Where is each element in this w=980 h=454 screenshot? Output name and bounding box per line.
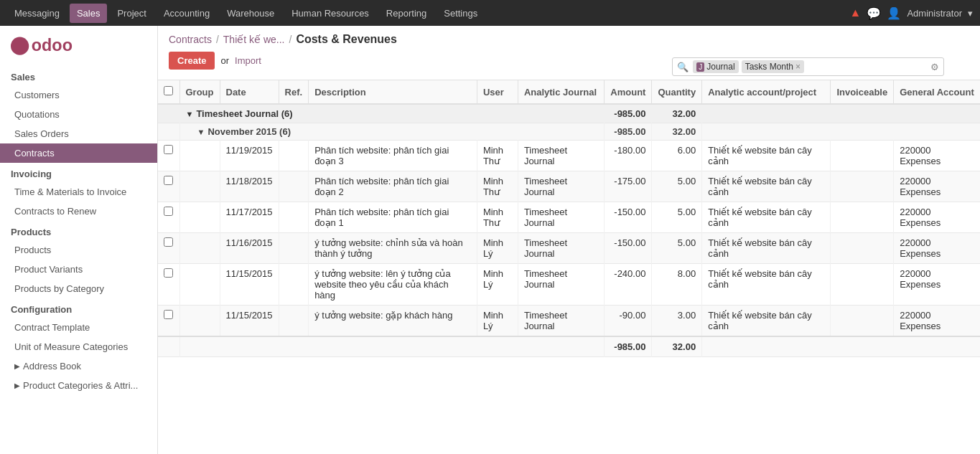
- col-quantity[interactable]: Quantity: [652, 80, 702, 104]
- select-all-checkbox[interactable]: [164, 86, 173, 95]
- chat-icon[interactable]: 💬: [867, 6, 881, 20]
- nav-accounting[interactable]: Accounting: [157, 4, 217, 23]
- nav-hr[interactable]: Human Resources: [284, 4, 376, 23]
- breadcrumb-sep2: /: [289, 34, 292, 45]
- group-amount: -985.00: [605, 104, 652, 123]
- sidebar-section-products: Products: [0, 221, 157, 240]
- nav-reporting[interactable]: Reporting: [379, 4, 434, 23]
- row-general-account: 220000 Expenses: [894, 264, 980, 306]
- sidebar-item-uom-categories[interactable]: Unit of Measure Categories: [0, 337, 157, 356]
- breadcrumb-contracts[interactable]: Contracts: [169, 34, 212, 45]
- journal-tag-label: Journal: [706, 62, 734, 72]
- tasks-month-remove[interactable]: ×: [795, 62, 801, 72]
- row-analytic-journal: Timesheet Journal: [518, 171, 604, 202]
- row-invoiceable: [831, 202, 894, 233]
- import-link[interactable]: Import: [235, 55, 261, 66]
- nav-settings[interactable]: Settings: [437, 4, 485, 23]
- row-analytic-account: Thiết kế website bán cây cảnh: [702, 306, 831, 337]
- col-group: Group: [179, 80, 220, 104]
- col-user[interactable]: User: [477, 80, 518, 104]
- sidebar-item-quotations[interactable]: Quotations: [0, 105, 157, 124]
- svg-point-0: [11, 37, 29, 55]
- row-ref: [279, 306, 309, 337]
- sidebar-item-product-categories[interactable]: ▶ Product Categories & Attri...: [0, 376, 157, 395]
- row-amount: -240.00: [605, 264, 652, 306]
- row-analytic-account: Thiết kế website bán cây cảnh: [702, 141, 831, 171]
- row-checkbox[interactable]: [164, 207, 173, 216]
- row-user: Minh Thư: [477, 202, 518, 233]
- row-general-account: 220000 Expenses: [894, 202, 980, 233]
- row-user: Minh Thư: [477, 171, 518, 202]
- row-description: ý tưởng website: gặp khách hàng: [309, 306, 477, 337]
- alert-icon[interactable]: ▲: [850, 6, 862, 19]
- row-checkbox[interactable]: [164, 145, 173, 154]
- subgroup-extra: [702, 123, 980, 141]
- sidebar-item-products[interactable]: Products: [0, 240, 157, 260]
- logo-container: odoo: [0, 26, 157, 66]
- row-analytic-journal: Timesheet Journal: [518, 233, 604, 264]
- row-general-account: 220000 Expenses: [894, 306, 980, 337]
- group-row[interactable]: ▼Timesheet Journal (6) -985.00 32.00: [158, 104, 980, 123]
- row-quantity: 5.00: [652, 233, 702, 264]
- search-settings-icon[interactable]: ⚙: [930, 62, 939, 72]
- sidebar-item-products-category[interactable]: Products by Category: [0, 279, 157, 298]
- row-quantity: 6.00: [652, 141, 702, 171]
- user-icon[interactable]: 👤: [887, 6, 901, 20]
- row-invoiceable: [831, 141, 894, 171]
- row-checkbox-cell: [158, 233, 179, 264]
- col-date[interactable]: Date: [220, 80, 279, 104]
- col-analytic-account[interactable]: Analytic account/project: [702, 80, 831, 104]
- admin-label[interactable]: Administrator: [907, 8, 962, 19]
- breadcrumb-thiet-ke[interactable]: Thiết kế we...: [223, 34, 285, 45]
- col-description[interactable]: Description: [309, 80, 477, 104]
- row-general-account: 220000 Expenses: [894, 141, 980, 171]
- breadcrumb-sep1: /: [216, 34, 219, 45]
- row-amount: -90.00: [605, 306, 652, 337]
- total-extra: [702, 336, 980, 357]
- row-checkbox[interactable]: [164, 268, 173, 278]
- sidebar-item-product-variants[interactable]: Product Variants: [0, 260, 157, 279]
- nav-sales[interactable]: Sales: [70, 4, 108, 23]
- nav-warehouse[interactable]: Warehouse: [220, 4, 281, 23]
- col-analytic-journal[interactable]: Analytic Journal: [518, 80, 604, 104]
- sidebar-item-contracts[interactable]: Contracts: [0, 143, 157, 163]
- row-checkbox[interactable]: [164, 176, 173, 185]
- admin-dropdown-icon[interactable]: ▾: [968, 8, 973, 19]
- row-description: ý tưởng website: chỉnh sửa và hoàn thành…: [309, 233, 477, 264]
- search-tag-tasks-month: Tasks Month ×: [742, 60, 804, 73]
- search-input[interactable]: [807, 62, 928, 72]
- col-amount[interactable]: Amount: [605, 80, 652, 104]
- search-icon: 🔍: [677, 62, 689, 72]
- search-bar: 🔍 J Journal Tasks Month × ⚙: [672, 57, 944, 76]
- col-ref[interactable]: Ref.: [279, 80, 309, 104]
- subgroup-checkbox-cell: [158, 123, 179, 141]
- sidebar-item-contracts-renew[interactable]: Contracts to Renew: [0, 202, 157, 221]
- breadcrumb: Contracts / Thiết kế we... / Costs & Rev…: [169, 33, 969, 46]
- create-button[interactable]: Create: [169, 52, 215, 70]
- row-invoiceable: [831, 233, 894, 264]
- row-group: [179, 264, 220, 306]
- row-quantity: 8.00: [652, 264, 702, 306]
- row-date: 11/17/2015: [220, 202, 279, 233]
- row-checkbox[interactable]: [164, 310, 173, 319]
- row-general-account: 220000 Expenses: [894, 233, 980, 264]
- row-checkbox-cell: [158, 202, 179, 233]
- row-checkbox[interactable]: [164, 237, 173, 247]
- sidebar-item-sales-orders[interactable]: Sales Orders: [0, 124, 157, 143]
- sidebar-item-address-book[interactable]: ▶ Address Book: [0, 356, 157, 376]
- row-group: [179, 233, 220, 264]
- subgroup-row[interactable]: ▼November 2015 (6) -985.00 32.00: [158, 123, 980, 141]
- col-invoiceable[interactable]: Invoiceable: [831, 80, 894, 104]
- group-extra: [702, 104, 980, 123]
- nav-project[interactable]: Project: [110, 4, 153, 23]
- nav-messaging[interactable]: Messaging: [7, 4, 67, 23]
- sidebar-item-customers[interactable]: Customers: [0, 85, 157, 105]
- sidebar-item-time-materials[interactable]: Time & Materials to Invoice: [0, 182, 157, 202]
- col-general-account[interactable]: General Account: [894, 80, 980, 104]
- row-analytic-account: Thiết kế website bán cây cảnh: [702, 264, 831, 306]
- product-categories-expand-icon: ▶: [14, 382, 20, 389]
- group-label: ▼Timesheet Journal (6): [179, 104, 605, 123]
- sidebar-item-contract-template[interactable]: Contract Template: [0, 318, 157, 337]
- row-analytic-journal: Timesheet Journal: [518, 306, 604, 337]
- header-checkbox-cell: [158, 80, 179, 104]
